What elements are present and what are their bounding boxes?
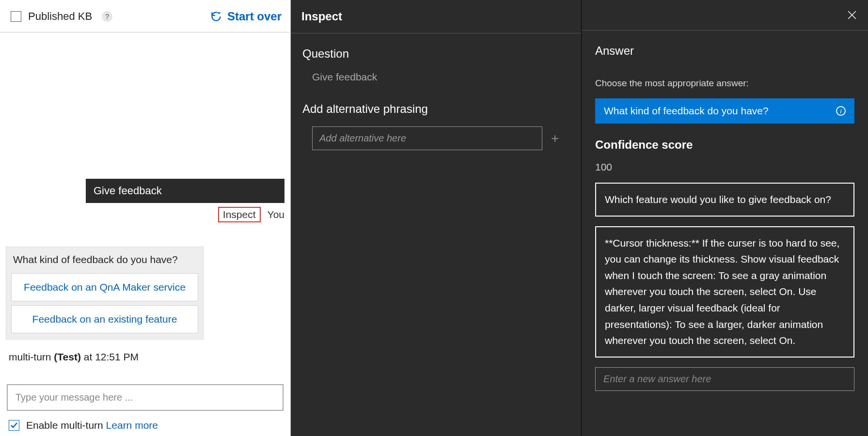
start-over-label: Start over [227,10,282,23]
user-message-row: Give feedback Inspect You [6,179,284,222]
alt-phrasing-input[interactable]: Add alternative here [312,126,542,150]
you-label: You [268,209,284,220]
answer-body: Answer Choose the most appropriate answe… [582,31,868,405]
inspect-header: Inspect [291,0,581,33]
published-kb-toggle[interactable]: Published KB ? [11,10,112,23]
enable-multi-turn-label: Enable multi-turn Learn more [26,420,158,431]
bot-question-text: What kind of feedback do you have? [11,251,198,269]
alt-phrasing-row: Add alternative here + [302,126,569,150]
inspect-answer-panel: Answer Choose the most appropriate answe… [582,0,868,436]
selected-answer-text: What kind of feedback do you have? [604,105,769,117]
inspect-button[interactable]: Inspect [218,207,261,222]
enable-multi-turn-checkbox[interactable] [9,420,19,431]
info-icon[interactable]: i [836,106,846,116]
chat-area: Give feedback Inspect You What kind of f… [0,32,290,436]
selected-answer[interactable]: What kind of feedback do you have? i [595,98,854,124]
answer-section-title: Answer [595,44,854,58]
question-text: Give feedback [302,71,569,83]
help-icon[interactable]: ? [102,11,112,22]
answer-option-card[interactable]: Which feature would you like to give fee… [595,183,854,217]
bot-meta: multi-turn (Test) at 12:51 PM [6,351,139,363]
inspect-question-panel: Inspect Question Give feedback Add alter… [291,0,582,436]
confidence-value: 100 [595,161,854,173]
bot-message: What kind of feedback do you have? Feedb… [6,247,204,340]
alt-phrasing-title: Add alternative phrasing [302,102,569,116]
feedback-option-button[interactable]: Feedback on an existing feature [11,305,198,333]
feedback-option-button[interactable]: Feedback on an QnA Maker service [11,273,198,301]
learn-more-link[interactable]: Learn more [106,420,158,431]
answer-instruction: Choose the most appropriate answer: [595,78,854,89]
start-over-button[interactable]: Start over [210,10,282,23]
plus-icon[interactable]: + [551,131,559,146]
bot-meta-name: (Test) [54,351,81,362]
checkbox-icon [11,11,21,22]
chat-test-panel: Published KB ? Start over Give feedback … [0,0,291,436]
new-answer-input[interactable]: Enter a new answer here [595,367,854,391]
user-message: Give feedback [86,179,284,203]
confidence-title: Confidence score [595,138,854,152]
close-icon[interactable] [847,10,857,20]
inspect-body: Question Give feedback Add alternative p… [291,33,581,164]
refresh-icon [210,10,222,23]
published-kb-label: Published KB [28,10,92,23]
message-input[interactable]: Type your message here ... [7,384,284,411]
enable-multi-turn-row: Enable multi-turn Learn more [6,420,284,431]
bot-meta-prefix: multi-turn [9,351,54,362]
answer-option-card[interactable]: **Cursor thickness:** If the curser is t… [595,226,854,358]
question-section-title: Question [302,47,569,61]
chat-header: Published KB ? Start over [0,0,290,32]
enable-multi-turn-text: Enable multi-turn [26,420,103,431]
answer-header [582,0,868,31]
message-meta: Inspect You [218,207,284,222]
bot-meta-time: at 12:51 PM [81,351,139,362]
